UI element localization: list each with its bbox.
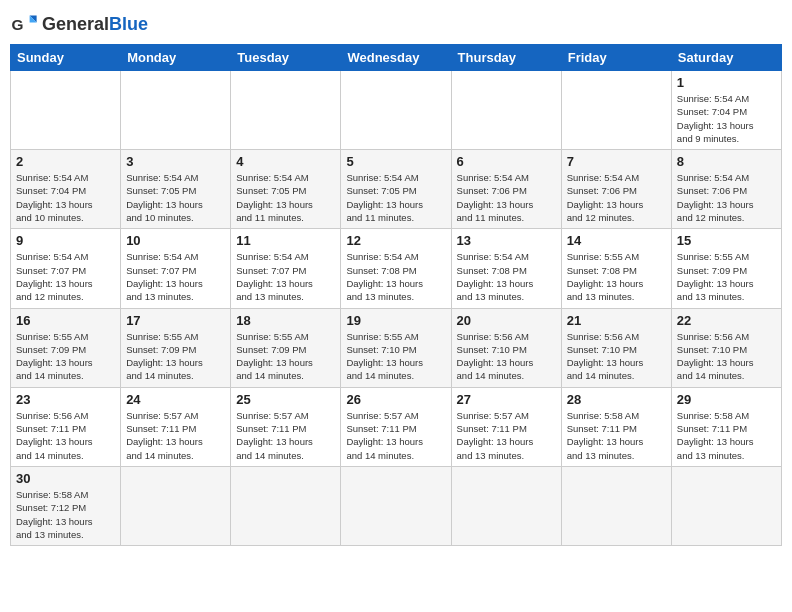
calendar-cell: 8Sunrise: 5:54 AMSunset: 7:06 PMDaylight… — [671, 150, 781, 229]
calendar-table: SundayMondayTuesdayWednesdayThursdayFrid… — [10, 44, 782, 546]
day-info: Sunrise: 5:57 AMSunset: 7:11 PMDaylight:… — [236, 409, 335, 462]
calendar-cell: 25Sunrise: 5:57 AMSunset: 7:11 PMDayligh… — [231, 387, 341, 466]
day-info: Sunrise: 5:57 AMSunset: 7:11 PMDaylight:… — [126, 409, 225, 462]
calendar-week-row: 16Sunrise: 5:55 AMSunset: 7:09 PMDayligh… — [11, 308, 782, 387]
calendar-cell: 6Sunrise: 5:54 AMSunset: 7:06 PMDaylight… — [451, 150, 561, 229]
day-number: 15 — [677, 233, 776, 248]
day-number: 4 — [236, 154, 335, 169]
day-number: 14 — [567, 233, 666, 248]
day-number: 30 — [16, 471, 115, 486]
day-number: 23 — [16, 392, 115, 407]
day-info: Sunrise: 5:54 AMSunset: 7:06 PMDaylight:… — [567, 171, 666, 224]
column-header-thursday: Thursday — [451, 45, 561, 71]
calendar-cell: 17Sunrise: 5:55 AMSunset: 7:09 PMDayligh… — [121, 308, 231, 387]
day-info: Sunrise: 5:54 AMSunset: 7:05 PMDaylight:… — [236, 171, 335, 224]
calendar-cell: 29Sunrise: 5:58 AMSunset: 7:11 PMDayligh… — [671, 387, 781, 466]
day-info: Sunrise: 5:55 AMSunset: 7:09 PMDaylight:… — [16, 330, 115, 383]
calendar-cell: 23Sunrise: 5:56 AMSunset: 7:11 PMDayligh… — [11, 387, 121, 466]
calendar-cell: 12Sunrise: 5:54 AMSunset: 7:08 PMDayligh… — [341, 229, 451, 308]
calendar-cell: 16Sunrise: 5:55 AMSunset: 7:09 PMDayligh… — [11, 308, 121, 387]
day-info: Sunrise: 5:54 AMSunset: 7:08 PMDaylight:… — [346, 250, 445, 303]
column-header-wednesday: Wednesday — [341, 45, 451, 71]
day-info: Sunrise: 5:57 AMSunset: 7:11 PMDaylight:… — [346, 409, 445, 462]
logo-blue: Blue — [109, 14, 148, 34]
day-number: 7 — [567, 154, 666, 169]
day-number: 10 — [126, 233, 225, 248]
calendar-cell — [561, 466, 671, 545]
day-number: 26 — [346, 392, 445, 407]
calendar-cell: 10Sunrise: 5:54 AMSunset: 7:07 PMDayligh… — [121, 229, 231, 308]
day-info: Sunrise: 5:58 AMSunset: 7:11 PMDaylight:… — [677, 409, 776, 462]
day-number: 13 — [457, 233, 556, 248]
calendar-cell — [451, 466, 561, 545]
calendar-cell — [451, 71, 561, 150]
day-number: 11 — [236, 233, 335, 248]
calendar-body: 1Sunrise: 5:54 AMSunset: 7:04 PMDaylight… — [11, 71, 782, 546]
day-info: Sunrise: 5:54 AMSunset: 7:07 PMDaylight:… — [236, 250, 335, 303]
day-info: Sunrise: 5:54 AMSunset: 7:04 PMDaylight:… — [16, 171, 115, 224]
day-info: Sunrise: 5:57 AMSunset: 7:11 PMDaylight:… — [457, 409, 556, 462]
logo-wordmark: GeneralBlue — [42, 15, 148, 33]
day-number: 3 — [126, 154, 225, 169]
calendar-cell — [341, 71, 451, 150]
day-number: 2 — [16, 154, 115, 169]
day-number: 28 — [567, 392, 666, 407]
calendar-cell: 27Sunrise: 5:57 AMSunset: 7:11 PMDayligh… — [451, 387, 561, 466]
day-info: Sunrise: 5:54 AMSunset: 7:04 PMDaylight:… — [677, 92, 776, 145]
day-info: Sunrise: 5:56 AMSunset: 7:10 PMDaylight:… — [457, 330, 556, 383]
calendar-week-row: 9Sunrise: 5:54 AMSunset: 7:07 PMDaylight… — [11, 229, 782, 308]
day-number: 1 — [677, 75, 776, 90]
calendar-week-row: 23Sunrise: 5:56 AMSunset: 7:11 PMDayligh… — [11, 387, 782, 466]
calendar-cell: 4Sunrise: 5:54 AMSunset: 7:05 PMDaylight… — [231, 150, 341, 229]
day-number: 24 — [126, 392, 225, 407]
day-info: Sunrise: 5:54 AMSunset: 7:07 PMDaylight:… — [16, 250, 115, 303]
column-header-friday: Friday — [561, 45, 671, 71]
column-header-tuesday: Tuesday — [231, 45, 341, 71]
day-number: 5 — [346, 154, 445, 169]
day-info: Sunrise: 5:54 AMSunset: 7:06 PMDaylight:… — [677, 171, 776, 224]
day-info: Sunrise: 5:55 AMSunset: 7:09 PMDaylight:… — [677, 250, 776, 303]
logo-text: GeneralBlue — [42, 15, 148, 33]
calendar-cell — [341, 466, 451, 545]
calendar-cell: 7Sunrise: 5:54 AMSunset: 7:06 PMDaylight… — [561, 150, 671, 229]
day-info: Sunrise: 5:55 AMSunset: 7:10 PMDaylight:… — [346, 330, 445, 383]
calendar-week-row: 30Sunrise: 5:58 AMSunset: 7:12 PMDayligh… — [11, 466, 782, 545]
day-number: 27 — [457, 392, 556, 407]
calendar-cell: 28Sunrise: 5:58 AMSunset: 7:11 PMDayligh… — [561, 387, 671, 466]
day-info: Sunrise: 5:54 AMSunset: 7:08 PMDaylight:… — [457, 250, 556, 303]
calendar-cell: 18Sunrise: 5:55 AMSunset: 7:09 PMDayligh… — [231, 308, 341, 387]
calendar-cell: 21Sunrise: 5:56 AMSunset: 7:10 PMDayligh… — [561, 308, 671, 387]
calendar-cell: 30Sunrise: 5:58 AMSunset: 7:12 PMDayligh… — [11, 466, 121, 545]
calendar-cell: 13Sunrise: 5:54 AMSunset: 7:08 PMDayligh… — [451, 229, 561, 308]
column-header-monday: Monday — [121, 45, 231, 71]
day-info: Sunrise: 5:56 AMSunset: 7:11 PMDaylight:… — [16, 409, 115, 462]
calendar-cell — [11, 71, 121, 150]
calendar-cell: 2Sunrise: 5:54 AMSunset: 7:04 PMDaylight… — [11, 150, 121, 229]
day-number: 16 — [16, 313, 115, 328]
logo-icon: G — [10, 10, 38, 38]
day-info: Sunrise: 5:56 AMSunset: 7:10 PMDaylight:… — [567, 330, 666, 383]
day-info: Sunrise: 5:54 AMSunset: 7:07 PMDaylight:… — [126, 250, 225, 303]
page-header: G GeneralBlue — [10, 10, 782, 38]
day-info: Sunrise: 5:58 AMSunset: 7:12 PMDaylight:… — [16, 488, 115, 541]
day-number: 8 — [677, 154, 776, 169]
day-number: 25 — [236, 392, 335, 407]
calendar-cell: 20Sunrise: 5:56 AMSunset: 7:10 PMDayligh… — [451, 308, 561, 387]
calendar-cell: 26Sunrise: 5:57 AMSunset: 7:11 PMDayligh… — [341, 387, 451, 466]
day-number: 21 — [567, 313, 666, 328]
day-info: Sunrise: 5:54 AMSunset: 7:05 PMDaylight:… — [346, 171, 445, 224]
calendar-cell: 15Sunrise: 5:55 AMSunset: 7:09 PMDayligh… — [671, 229, 781, 308]
calendar-cell: 19Sunrise: 5:55 AMSunset: 7:10 PMDayligh… — [341, 308, 451, 387]
calendar-cell — [561, 71, 671, 150]
day-number: 19 — [346, 313, 445, 328]
calendar-cell — [121, 71, 231, 150]
logo: G GeneralBlue — [10, 10, 148, 38]
day-number: 20 — [457, 313, 556, 328]
calendar-week-row: 2Sunrise: 5:54 AMSunset: 7:04 PMDaylight… — [11, 150, 782, 229]
day-number: 29 — [677, 392, 776, 407]
svg-text:G: G — [11, 16, 23, 33]
calendar-cell: 5Sunrise: 5:54 AMSunset: 7:05 PMDaylight… — [341, 150, 451, 229]
calendar-cell: 22Sunrise: 5:56 AMSunset: 7:10 PMDayligh… — [671, 308, 781, 387]
day-number: 22 — [677, 313, 776, 328]
calendar-cell: 14Sunrise: 5:55 AMSunset: 7:08 PMDayligh… — [561, 229, 671, 308]
